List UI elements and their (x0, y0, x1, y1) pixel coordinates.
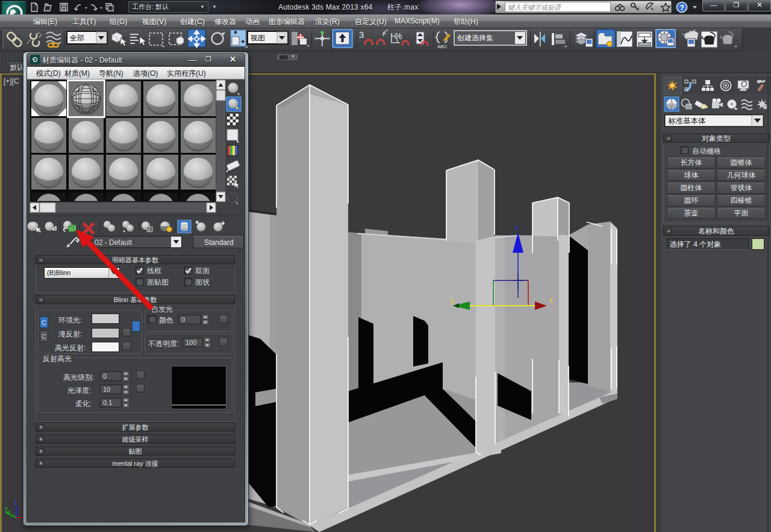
svg-text:%: % (395, 31, 402, 41)
svg-text:Standard: Standard (204, 238, 234, 247)
svg-text:x: x (549, 296, 553, 305)
svg-text:z: z (515, 224, 519, 231)
svg-text:z: z (14, 499, 17, 506)
svg-text:C: C (42, 319, 46, 326)
svg-text:全部: 全部 (70, 34, 84, 42)
svg-text:C: C (42, 333, 46, 340)
svg-text:?: ? (680, 4, 684, 12)
svg-text:视图: 视图 (250, 34, 265, 42)
svg-text:创建选择集: 创建选择集 (457, 34, 493, 42)
svg-text:02 - Default: 02 - Default (95, 238, 133, 247)
svg-text:0: 0 (148, 227, 151, 232)
svg-text:3: 3 (359, 29, 364, 40)
svg-text:y: y (451, 296, 454, 305)
svg-text:标准基本体: 标准基本体 (668, 117, 706, 125)
svg-text:ABC: ABC (437, 44, 448, 49)
svg-text:y: y (5, 505, 8, 512)
